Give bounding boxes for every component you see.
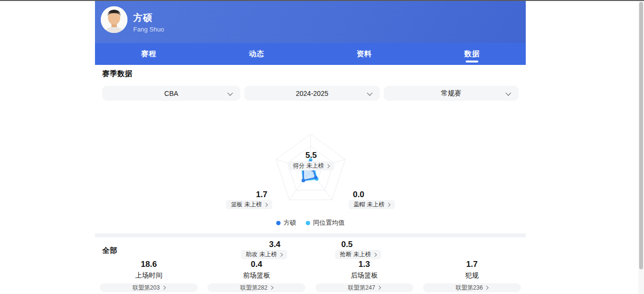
stat-fouls-label: 犯规 <box>465 271 479 279</box>
scrollbar[interactable] <box>638 1 644 294</box>
rebounds-rank: 未上榜 <box>245 201 262 209</box>
chevron-right-icon <box>485 286 488 290</box>
chevron-right-icon <box>161 286 165 290</box>
section-divider <box>95 233 526 237</box>
content-column: 方硕 Fang Shuo 赛程 动态 资料 数据 赛季数据 CBA <box>95 1 526 294</box>
active-tab-indicator <box>466 61 478 62</box>
player-name-en: Fang Shuo <box>133 26 164 33</box>
rebounds-label: 篮板 <box>231 201 243 209</box>
blocks-rank-pill[interactable]: 盖帽 未上榜 <box>349 200 395 209</box>
chevron-right-icon <box>326 164 330 168</box>
legend-dot-position-average <box>306 221 310 225</box>
stat-offensive-rebounds-rank: 联盟第282 <box>240 284 267 292</box>
stat-offensive-rebounds-rank-pill[interactable]: 联盟第282 <box>207 283 305 292</box>
stage-dropdown[interactable]: 常规赛 <box>384 86 518 101</box>
tab-schedule-label: 赛程 <box>141 49 157 59</box>
legend-item-player: 方硕 <box>276 218 296 227</box>
chevron-right-icon <box>386 202 390 206</box>
stat-fouls-rank: 联盟第236 <box>456 284 483 292</box>
stat-minutes: 18.6 上场时间 联盟第203 <box>95 260 203 292</box>
all-section-title: 全部 <box>102 246 117 255</box>
blocks-rank: 未上榜 <box>367 201 385 209</box>
stat-fouls-value: 1.7 <box>466 260 478 269</box>
points-rank: 未上榜 <box>307 162 324 170</box>
tab-news-label: 动态 <box>249 49 264 59</box>
chevron-right-icon <box>269 286 273 290</box>
nav-tab-bar: 赛程 动态 资料 数据 <box>95 43 526 65</box>
stat-defensive-rebounds-value: 1.3 <box>359 260 370 269</box>
season-dropdown[interactable]: 2024-2025 <box>244 86 380 101</box>
rebounds-value: 1.7 <box>256 190 267 200</box>
chevron-down-icon <box>227 90 233 95</box>
assists-rank: 未上榜 <box>260 250 277 259</box>
stat-minutes-label: 上场时间 <box>135 271 162 279</box>
chevron-right-icon <box>279 252 283 256</box>
player-avatar[interactable] <box>101 6 127 33</box>
blocks-label: 盖帽 <box>354 201 365 209</box>
stat-fouls-rank-pill[interactable]: 联盟第236 <box>423 283 521 292</box>
chevron-down-icon <box>505 90 511 95</box>
stat-fouls: 1.7 犯规 联盟第236 <box>418 260 526 292</box>
tab-data-label: 数据 <box>464 49 480 59</box>
player-name: 方硕 <box>133 12 153 24</box>
stat-offensive-rebounds: 0.4 前场篮板 联盟第282 <box>203 260 310 292</box>
legend-dot-player <box>276 221 281 225</box>
stat-minutes-rank-pill[interactable]: 联盟第203 <box>100 283 198 292</box>
league-dropdown[interactable]: CBA <box>102 86 240 101</box>
legend-item-position-average: 同位置均值 <box>306 218 345 227</box>
assists-rank-pill[interactable]: 助攻 未上榜 <box>241 250 287 259</box>
legend-label-player: 方硕 <box>283 218 296 227</box>
page: 方硕 Fang Shuo 赛程 动态 资料 数据 赛季数据 CBA <box>0 0 644 294</box>
stat-defensive-rebounds-rank: 联盟第247 <box>348 284 375 292</box>
stat-defensive-rebounds: 1.3 后场篮板 联盟第247 <box>311 260 418 292</box>
league-dropdown-value: CBA <box>164 90 178 97</box>
assists-label: 助攻 <box>246 250 258 259</box>
chevron-right-icon <box>373 252 377 256</box>
chevron-right-icon <box>264 202 267 206</box>
season-section-title: 赛季数据 <box>102 69 132 78</box>
player-header: 方硕 Fang Shuo <box>95 1 526 43</box>
chevron-down-icon <box>367 90 372 95</box>
stat-minutes-rank: 联盟第203 <box>133 284 160 292</box>
steals-rank-pill[interactable]: 抢断 未上榜 <box>335 250 381 259</box>
assists-value: 3.4 <box>269 240 281 249</box>
tab-data[interactable]: 数据 <box>418 43 526 65</box>
tab-schedule[interactable]: 赛程 <box>95 43 203 65</box>
stat-minutes-value: 18.6 <box>141 260 157 269</box>
points-rank-pill[interactable]: 得分 未上榜 <box>288 161 334 170</box>
all-stats-row: 18.6 上场时间 联盟第203 0.4 前场篮板 联盟第282 1.3 后场篮… <box>95 260 526 292</box>
tab-profile[interactable]: 资料 <box>311 43 418 65</box>
tab-profile-label: 资料 <box>357 49 372 59</box>
rebounds-rank-pill[interactable]: 篮板 未上榜 <box>226 200 272 209</box>
blocks-value: 0.0 <box>353 190 364 200</box>
stat-defensive-rebounds-label: 后场篮板 <box>351 271 378 279</box>
steals-value: 0.5 <box>341 240 353 249</box>
steals-rank: 未上榜 <box>354 250 371 259</box>
stat-offensive-rebounds-label: 前场篮板 <box>243 271 270 279</box>
stat-defensive-rebounds-rank-pill[interactable]: 联盟第247 <box>315 283 413 292</box>
legend-label-position-average: 同位置均值 <box>313 218 345 227</box>
scrollbar-thumb[interactable] <box>639 2 643 269</box>
season-dropdown-value: 2024-2025 <box>296 90 329 97</box>
avatar-illustration <box>101 6 127 33</box>
points-value: 5.5 <box>305 151 317 160</box>
stage-dropdown-value: 常规赛 <box>441 89 461 98</box>
points-label: 得分 <box>293 162 305 170</box>
radar-legend: 方硕 同位置均值 <box>95 218 526 227</box>
chevron-right-icon <box>377 286 381 290</box>
stat-offensive-rebounds-value: 0.4 <box>251 260 263 269</box>
tab-news[interactable]: 动态 <box>203 43 310 65</box>
steals-label: 抢断 <box>340 250 352 259</box>
